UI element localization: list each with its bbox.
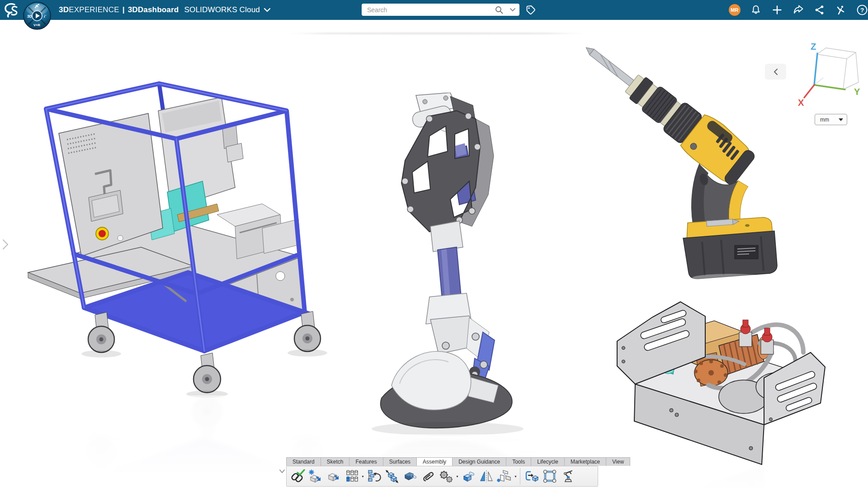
right-panel-collapse-button[interactable] xyxy=(765,64,786,80)
user-avatar[interactable]: MR xyxy=(729,4,741,16)
brand-prefix: 3D xyxy=(59,5,69,14)
tab-assembly[interactable]: Assembly xyxy=(416,457,453,466)
3dexperience-compass-icon[interactable]: 3D i' V+R xyxy=(23,1,52,30)
svg-text:V+R: V+R xyxy=(33,23,40,27)
chevron-left-icon xyxy=(773,68,779,76)
robot-assembly-icon[interactable] xyxy=(559,467,577,486)
toolbar-separator xyxy=(520,468,520,484)
edit-component-icon[interactable] xyxy=(523,467,541,486)
smart-fasteners-icon[interactable] xyxy=(419,467,437,486)
top-app-bar: 3D i' V+R 3DEXPERIENCE | 3DDashboard SOL… xyxy=(0,0,868,20)
move-component-icon[interactable] xyxy=(383,467,401,486)
tab-marketplace[interactable]: Marketplace xyxy=(564,457,606,466)
left-panel-expander-chevron-icon[interactable] xyxy=(1,238,10,251)
model-cordless-drill[interactable] xyxy=(585,43,780,289)
exploded-view-icon[interactable] xyxy=(495,467,514,486)
model-prosthetic-leg[interactable] xyxy=(362,93,538,481)
triad-y-label: Y xyxy=(854,87,860,97)
flyout-arrow-icon[interactable]: ▾ xyxy=(361,474,365,479)
units-dropdown[interactable]: mm xyxy=(815,114,847,125)
svg-text:3D: 3D xyxy=(27,14,32,19)
svg-text:?: ? xyxy=(860,7,864,14)
dassault-systemes-logo-icon xyxy=(3,1,21,19)
units-value: mm xyxy=(815,117,839,123)
insert-components-icon[interactable] xyxy=(307,467,325,486)
component-preview-icon[interactable] xyxy=(365,467,383,486)
tab-tools[interactable]: Tools xyxy=(506,457,531,466)
orientation-triad[interactable]: Z Y X xyxy=(797,42,865,109)
assembly-features-icon[interactable] xyxy=(437,467,455,486)
structure-system-icon[interactable] xyxy=(541,467,559,486)
notifications-bell-icon[interactable] xyxy=(750,4,762,16)
help-icon[interactable]: ? xyxy=(856,4,868,16)
model-machine-cart[interactable] xyxy=(27,79,389,477)
triad-x-label: X xyxy=(798,98,804,108)
flyout-arrow-icon[interactable]: ▾ xyxy=(514,474,518,479)
chevron-down-icon[interactable] xyxy=(264,8,271,12)
tab-standard[interactable]: Standard xyxy=(286,457,321,466)
brand-app: 3DDashboard xyxy=(128,5,179,14)
brand-platform: SOLIDWORKS Cloud xyxy=(184,5,260,14)
smart-component-icon[interactable] xyxy=(401,467,419,486)
tab-design-guidance[interactable]: Design Guidance xyxy=(452,457,506,466)
tab-surfaces[interactable]: Surfaces xyxy=(383,457,417,466)
tab-features[interactable]: Features xyxy=(349,457,383,466)
add-content-icon[interactable] xyxy=(771,4,783,16)
toolbar-collapse-chevron-icon[interactable] xyxy=(278,468,286,474)
search-options-chevron-icon[interactable] xyxy=(506,4,519,16)
dropdown-caret-icon xyxy=(839,118,843,121)
triad-z-label: Z xyxy=(811,42,816,52)
topbar-actions: MR ? xyxy=(729,0,868,20)
3ds-community-icon[interactable] xyxy=(835,4,847,16)
search-icon[interactable] xyxy=(492,4,506,16)
app-title: 3DEXPERIENCE | 3DDashboard SOLIDWORKS Cl… xyxy=(59,0,271,20)
share-forward-icon[interactable] xyxy=(793,4,804,16)
widget-top-shadow xyxy=(285,33,589,34)
tab-sketch[interactable]: Sketch xyxy=(321,457,350,466)
assembly-toolbar: ▾ ▾ xyxy=(286,466,598,487)
tag-icon[interactable] xyxy=(524,4,537,16)
linear-component-pattern-icon[interactable] xyxy=(343,467,361,486)
model-toolbox-pump-assembly[interactable] xyxy=(608,289,839,488)
mirror-components-icon[interactable] xyxy=(477,467,495,486)
svg-text:i': i' xyxy=(44,14,47,19)
tab-view[interactable]: View xyxy=(606,457,630,466)
brand-product: EXPERIENCE xyxy=(69,5,119,14)
search-input[interactable] xyxy=(362,6,492,14)
brand-separator: | xyxy=(123,5,125,14)
command-tabs: Standard Sketch Features Surfaces Assemb… xyxy=(286,457,630,466)
insert-components-alt-icon[interactable] xyxy=(325,467,343,486)
make-smart-component-icon[interactable] xyxy=(459,467,477,486)
flyout-arrow-icon[interactable]: ▾ xyxy=(455,474,459,479)
mate-icon[interactable] xyxy=(288,467,307,486)
tab-lifecycle[interactable]: Lifecycle xyxy=(531,457,565,466)
share-network-icon[interactable] xyxy=(814,4,826,16)
search-bar xyxy=(362,4,519,16)
